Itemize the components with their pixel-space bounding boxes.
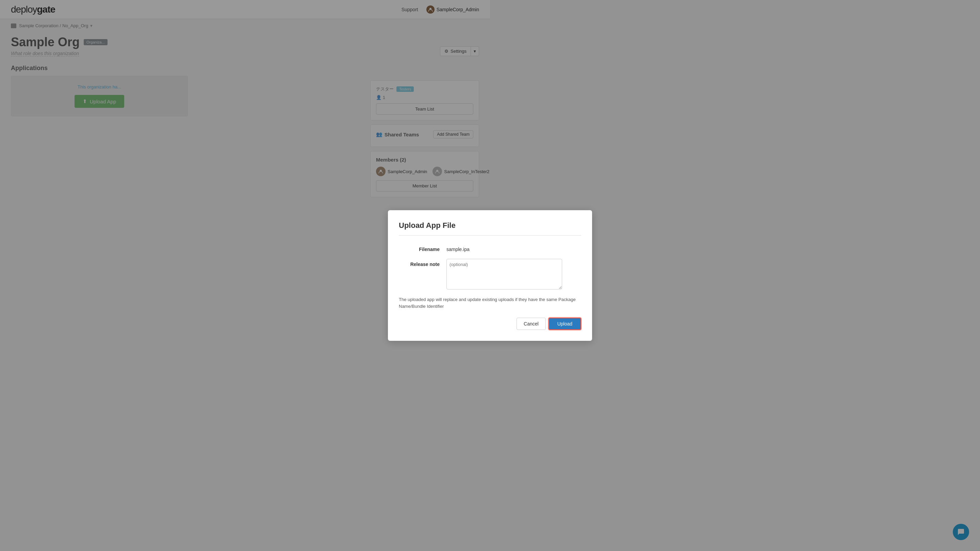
filename-row: Filename sample.ipa — [399, 244, 490, 252]
release-note-row: Release note — [399, 259, 490, 275]
upload-modal: Upload App File Filename sample.ipa Rele… — [388, 210, 490, 275]
modal-title: Upload App File — [399, 221, 490, 236]
release-note-label: Release note — [399, 259, 447, 267]
filename-value: sample.ipa — [447, 244, 469, 252]
filename-label: Filename — [399, 244, 447, 252]
release-note-input[interactable] — [447, 259, 490, 275]
modal-overlay: Upload App File Filename sample.ipa Rele… — [0, 0, 490, 275]
